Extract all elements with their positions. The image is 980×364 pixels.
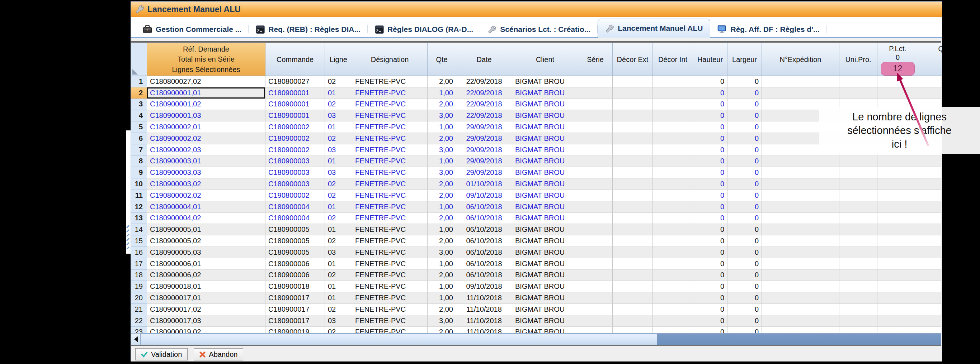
cell-qte-val[interactable] (918, 201, 941, 213)
cell-decor-ext[interactable] (612, 167, 653, 179)
cell-qte[interactable]: 2,00 (428, 190, 456, 201)
cell-largeur[interactable]: 0 (727, 133, 762, 144)
column-header-serie[interactable]: Série (578, 43, 612, 76)
cell-decor-ext[interactable] (612, 247, 653, 258)
cell-qte[interactable]: 3,00 (428, 167, 456, 179)
cell-qte[interactable]: 1,00 (428, 258, 456, 270)
row-number-cell[interactable]: 18 (131, 270, 147, 281)
cell-client[interactable]: BIGMAT BROU (512, 247, 578, 258)
window-titlebar[interactable]: Lancement Manuel ALU (131, 2, 942, 17)
cell-expedition[interactable] (762, 315, 839, 327)
cell-commande[interactable]: C180900018 (266, 281, 325, 292)
cell-qte[interactable]: 3,00 (428, 315, 456, 327)
cell-largeur[interactable]: 0 (727, 122, 762, 133)
cell-qte[interactable]: 2,00 (428, 99, 456, 110)
cell-designation[interactable]: FENETRE-PVC (352, 224, 428, 235)
cell-ref[interactable]: C180900003,02 (147, 179, 266, 190)
cell-decor-ext[interactable] (612, 190, 653, 201)
column-header-expedition[interactable]: N°Expédition (762, 43, 839, 76)
cell-hauteur[interactable]: 0 (693, 270, 727, 281)
cell-largeur[interactable]: 0 (727, 258, 762, 270)
cell-client[interactable]: BIGMAT BROU (512, 201, 578, 213)
cell-decor-int[interactable] (653, 144, 693, 156)
cell-serie[interactable] (578, 224, 612, 235)
cell-commande[interactable]: C180900003 (266, 156, 325, 167)
cell-date[interactable]: 11/10/2018 (456, 327, 512, 333)
tab-lancement-manuel-alu[interactable]: Lancement Manuel ALU (598, 19, 710, 38)
cell-ref[interactable]: C180900006,01 (147, 258, 266, 270)
cell-qte-val[interactable] (918, 327, 941, 333)
cell-date[interactable]: 22/09/2018 (456, 99, 512, 110)
cell-unipro[interactable] (839, 156, 877, 167)
row-number-cell[interactable]: 14 (131, 224, 147, 235)
cell-designation[interactable]: FENETRE-PVC (352, 167, 428, 179)
scroll-left-button[interactable] (131, 334, 141, 345)
cell-hauteur[interactable]: 0 (693, 133, 727, 144)
horizontal-scrollbar[interactable] (131, 333, 941, 345)
abandon-button[interactable]: Abandon (194, 348, 243, 361)
cell-expedition[interactable] (762, 292, 839, 304)
cell-ligne[interactable]: 02 (325, 133, 352, 144)
cell-hauteur[interactable]: 0 (693, 247, 727, 258)
tab-reg-aff-df[interactable]: Règ. Aff. DF : Règles d'... (710, 21, 826, 38)
cell-expedition[interactable] (762, 304, 839, 315)
row-number-cell[interactable]: 19 (131, 281, 147, 292)
cell-plct-val[interactable] (877, 315, 918, 327)
cell-serie[interactable] (578, 292, 612, 304)
cell-hauteur[interactable]: 0 (693, 304, 727, 315)
cell-decor-int[interactable] (653, 110, 693, 122)
cell-date[interactable]: 09/10/2018 (456, 190, 512, 201)
cell-serie[interactable] (578, 190, 612, 201)
cell-ref[interactable]: C180900005,01 (147, 224, 266, 235)
cell-designation[interactable]: FENETRE-PVC (352, 292, 428, 304)
cell-ref[interactable]: C180900002,01 (147, 122, 266, 133)
cell-largeur[interactable]: 0 (727, 110, 762, 122)
cell-qte[interactable]: 1,00 (428, 292, 456, 304)
cell-hauteur[interactable]: 0 (693, 76, 727, 87)
cell-ligne[interactable]: 02 (325, 179, 352, 190)
row-number-cell[interactable]: 6 (131, 133, 147, 144)
cell-decor-ext[interactable] (612, 99, 653, 110)
cell-date[interactable]: 06/10/2018 (456, 247, 512, 258)
cell-ref[interactable]: C180900005,02 (147, 235, 266, 247)
cell-qte[interactable]: 2,00 (428, 304, 456, 315)
row-number-cell[interactable]: 15 (131, 235, 147, 247)
cell-largeur[interactable]: 0 (727, 167, 762, 179)
cell-plct-val[interactable] (877, 224, 918, 235)
cell-date[interactable]: 11/10/2018 (456, 304, 512, 315)
cell-serie[interactable] (578, 315, 612, 327)
cell-expedition[interactable] (762, 258, 839, 270)
cell-qte[interactable]: 2,00 (428, 76, 456, 87)
cell-designation[interactable]: FENETRE-PVC (352, 87, 428, 99)
cell-designation[interactable]: FENETRE-PVC (352, 315, 428, 327)
cell-expedition[interactable] (762, 247, 839, 258)
cell-decor-int[interactable] (653, 167, 693, 179)
cell-ref[interactable]: C180900019,02 (147, 327, 266, 333)
cell-serie[interactable] (578, 76, 612, 87)
row-number-cell[interactable]: 12 (131, 201, 147, 213)
cell-serie[interactable] (578, 156, 612, 167)
cell-date[interactable]: 06/10/2018 (456, 270, 512, 281)
cell-client[interactable]: BIGMAT BROU (512, 110, 578, 122)
row-number-cell[interactable]: 23 (131, 327, 147, 333)
cell-designation[interactable]: FENETRE-PVC (352, 213, 428, 224)
cell-plct-val[interactable] (877, 247, 918, 258)
column-header-p-lct[interactable]: P.Lct. 0 12 (877, 43, 918, 76)
cell-largeur[interactable]: 0 (727, 144, 762, 156)
cell-commande[interactable]: C180900017 (266, 292, 325, 304)
cell-ref[interactable]: C180900005,03 (147, 247, 266, 258)
cell-ligne[interactable]: 02 (325, 270, 352, 281)
cell-decor-int[interactable] (653, 224, 693, 235)
cell-decor-int[interactable] (653, 133, 693, 144)
cell-decor-ext[interactable] (612, 270, 653, 281)
cell-expedition[interactable] (762, 224, 839, 235)
cell-qte[interactable]: 1,00 (428, 87, 456, 99)
cell-commande[interactable]: C180900017 (266, 315, 325, 327)
cell-plct-val[interactable] (877, 167, 918, 179)
row-number-cell[interactable]: 20 (131, 292, 147, 304)
cell-designation[interactable]: FENETRE-PVC (352, 247, 428, 258)
column-header-largeur[interactable]: Largeur (727, 43, 762, 76)
cell-qte-val[interactable] (918, 87, 941, 99)
cell-commande[interactable]: C190800002 (266, 190, 325, 201)
cell-designation[interactable]: FENETRE-PVC (352, 190, 428, 201)
